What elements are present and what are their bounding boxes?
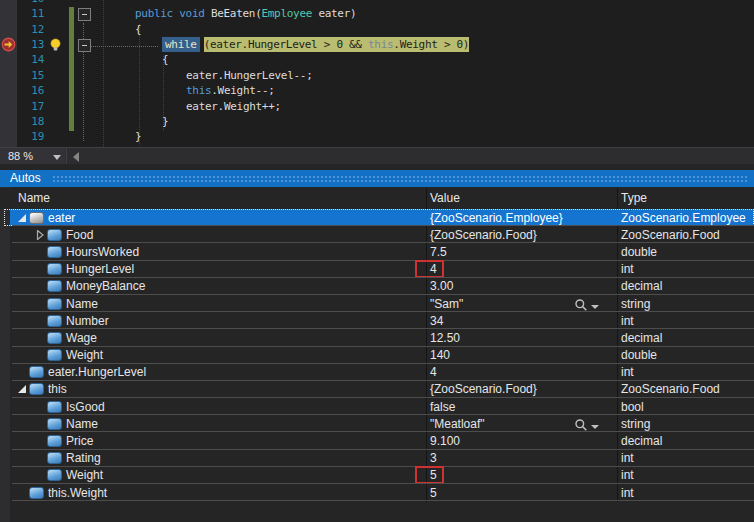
code-text[interactable]: public void BeEaten(Employee eater) [135, 6, 356, 21]
variable-value: {ZooScenario.Employee} [430, 211, 563, 225]
code-text[interactable]: eater.HungerLevel--; [186, 68, 312, 83]
autos-row[interactable]: MoneyBalance3.00decimal [10, 278, 754, 295]
dropdown-caret-icon[interactable] [591, 425, 599, 429]
variable-value-cell[interactable]: {ZooScenario.Employee} [426, 211, 617, 225]
collapse-arrow-icon[interactable] [14, 384, 29, 394]
variable-name-cell[interactable]: eater [10, 211, 426, 225]
code-editor-line[interactable]: 17eater.Weight++; [0, 99, 754, 114]
variable-value-cell[interactable]: 12.50 [426, 331, 617, 345]
autos-row[interactable]: Number34int [10, 312, 754, 329]
code-text[interactable]: } [135, 129, 141, 144]
variable-value-cell[interactable]: 4 [426, 365, 617, 379]
variable-name-cell[interactable]: Price [10, 434, 426, 448]
variable-value-cell[interactable]: 4 [426, 262, 617, 276]
autos-titlebar[interactable]: Autos [0, 170, 754, 187]
variable-type: decimal [621, 279, 662, 293]
zoom-value: 88 % [8, 150, 33, 162]
variable-name-cell[interactable]: Name [10, 297, 426, 311]
code-editor[interactable]: 1011public void BeEaten(Employee eater)1… [0, 0, 754, 147]
variable-name-cell[interactable]: eater.HungerLevel [10, 365, 426, 379]
variable-name-cell[interactable]: Wage [10, 331, 426, 345]
variable-type-cell: int [617, 262, 754, 276]
variable-name-cell[interactable]: this.Weight [10, 486, 426, 500]
code-editor-line[interactable]: 12{ [0, 22, 754, 37]
variable-value-cell[interactable]: "Sam" [426, 297, 617, 311]
variable-name-cell[interactable]: Food [10, 228, 426, 242]
code-editor-line[interactable]: 13while(eater.HungerLevel > 0 && this.We… [0, 37, 754, 52]
variable-name: Wage [66, 331, 97, 345]
variable-type-cell: string [617, 417, 754, 431]
code-token: public void [135, 7, 211, 20]
variable-value-cell[interactable]: 9.100 [426, 434, 617, 448]
autos-row[interactable]: Name"Meatloaf"string [10, 415, 754, 432]
variable-value-cell[interactable]: {ZooScenario.Food} [426, 382, 617, 396]
code-text[interactable]: this.Weight--; [186, 83, 275, 98]
variable-name-cell[interactable]: IsGood [10, 400, 426, 414]
variable-value-cell[interactable]: 7.5 [426, 245, 617, 259]
column-header-name[interactable]: Name [18, 191, 50, 205]
horizontal-scrollbar[interactable] [67, 148, 754, 165]
code-editor-line[interactable]: 15eater.HungerLevel--; [0, 68, 754, 83]
variable-name-cell[interactable]: this [10, 382, 426, 396]
variable-type: ZooScenario.Food [621, 228, 720, 242]
variable-name-cell[interactable]: Weight [10, 468, 426, 482]
variable-name: MoneyBalance [66, 279, 145, 293]
autos-row[interactable]: Name"Sam"string [10, 295, 754, 312]
autos-row[interactable]: HungerLevel4int [10, 261, 754, 278]
code-text[interactable]: while(eater.HungerLevel > 0 && this.Weig… [162, 37, 469, 52]
variable-value-cell[interactable]: 3.00 [426, 279, 617, 293]
variable-name-cell[interactable]: Rating [10, 451, 426, 465]
code-editor-line[interactable]: 14{ [0, 52, 754, 67]
code-text[interactable]: } [162, 114, 168, 129]
variable-name-cell[interactable]: MoneyBalance [10, 279, 426, 293]
autos-row[interactable]: this.Weight5int [10, 484, 754, 501]
variable-value-cell[interactable]: false [426, 400, 617, 414]
column-header-value[interactable]: Value [430, 191, 460, 205]
code-editor-line[interactable]: 18} [0, 114, 754, 129]
code-token: } [162, 115, 168, 128]
zoom-dropdown[interactable]: 88 % [0, 148, 65, 165]
autos-row[interactable]: Weight140double [10, 347, 754, 364]
code-token: { [135, 23, 141, 36]
variable-type: int [621, 262, 634, 276]
variable-value-cell[interactable]: 3 [426, 451, 617, 465]
variable-name-cell[interactable]: Weight [10, 348, 426, 362]
dropdown-caret-icon[interactable] [591, 305, 599, 309]
autos-row[interactable]: this{ZooScenario.Food}ZooScenario.Food [10, 381, 754, 398]
autos-row[interactable]: Weight5int [10, 467, 754, 484]
autos-row[interactable]: Food{ZooScenario.Food}ZooScenario.Food [10, 226, 754, 243]
code-editor-line[interactable]: 16this.Weight--; [0, 83, 754, 98]
autos-row[interactable]: eater{ZooScenario.Employee}ZooScenario.E… [10, 209, 754, 226]
autos-row[interactable]: HoursWorked7.5double [10, 243, 754, 260]
variable-name: Weight [66, 468, 103, 482]
variable-value: 4 [430, 262, 437, 276]
scroll-left-arrow-icon[interactable] [73, 152, 79, 162]
code-editor-line[interactable]: 11public void BeEaten(Employee eater) [0, 6, 754, 21]
variable-name-cell[interactable]: Name [10, 417, 426, 431]
variable-name-cell[interactable]: HungerLevel [10, 262, 426, 276]
collapse-arrow-icon[interactable] [14, 213, 29, 223]
code-text[interactable]: { [162, 52, 168, 67]
variable-value-cell[interactable]: "Meatloaf" [426, 417, 617, 431]
autos-row[interactable]: Price9.100decimal [10, 432, 754, 449]
autos-row[interactable]: IsGoodfalsebool [10, 398, 754, 415]
code-text[interactable]: eater.Weight++; [186, 99, 281, 114]
expand-arrow-icon[interactable] [32, 230, 47, 240]
autos-row[interactable]: eater.HungerLevel4int [10, 364, 754, 381]
column-header-type[interactable]: Type [621, 191, 647, 205]
fold-toggle[interactable] [78, 39, 91, 52]
code-editor-line[interactable]: 19} [0, 129, 754, 144]
variable-value-cell[interactable]: 5 [426, 486, 617, 500]
property-icon [29, 487, 48, 499]
variable-value-cell[interactable]: 140 [426, 348, 617, 362]
fold-toggle[interactable] [78, 8, 91, 21]
autos-row[interactable]: Wage12.50decimal [10, 329, 754, 346]
code-text[interactable]: { [135, 22, 141, 37]
variable-value-cell[interactable]: {ZooScenario.Food} [426, 228, 617, 242]
variable-name-cell[interactable]: HoursWorked [10, 245, 426, 259]
variable-name-cell[interactable]: Number [10, 314, 426, 328]
variable-value-cell[interactable]: 5 [426, 468, 617, 482]
variable-type-cell: int [617, 314, 754, 328]
autos-row[interactable]: Rating3int [10, 450, 754, 467]
variable-value-cell[interactable]: 34 [426, 314, 617, 328]
